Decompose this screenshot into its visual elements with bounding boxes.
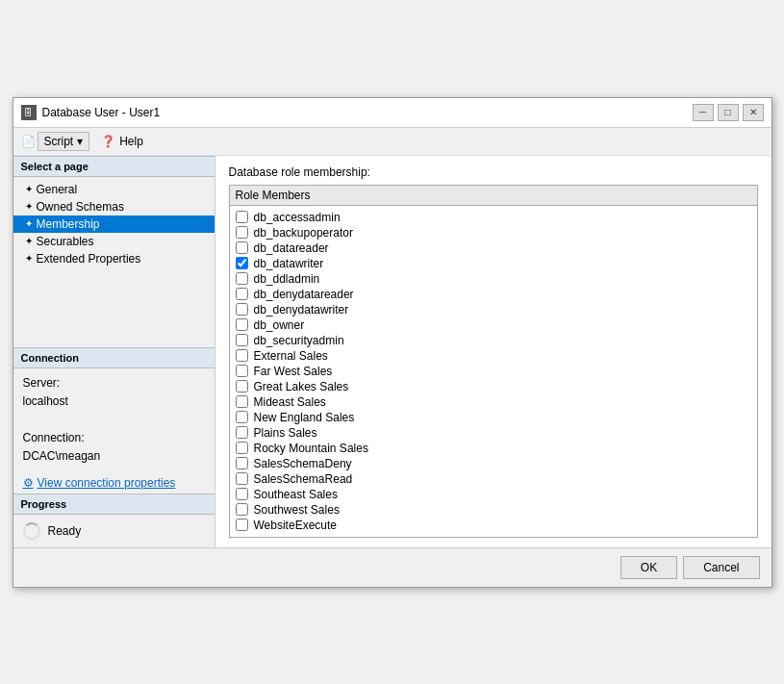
role-label-db_owner: db_owner bbox=[254, 318, 305, 332]
connection-header: Connection bbox=[13, 347, 215, 368]
role-label-db_backupoperator: db_backupoperator bbox=[254, 226, 353, 240]
server-value: localhost bbox=[23, 393, 205, 411]
progress-content: Ready bbox=[13, 515, 215, 547]
sidebar-item-membership[interactable]: ✦ Membership bbox=[13, 215, 215, 233]
role-row-db_accessadmin: db_accessadmin bbox=[236, 210, 751, 225]
content-area: Select a page ✦ General ✦ Owned Schemas … bbox=[13, 156, 771, 547]
connection-properties-icon: ⚙ bbox=[23, 476, 34, 490]
sidebar-item-securables-label: Securables bbox=[37, 235, 94, 248]
sidebar-item-membership-label: Membership bbox=[37, 217, 100, 231]
role-checkbox-external-sales[interactable] bbox=[236, 349, 248, 362]
role-label-db_denydatareader: db_denydatareader bbox=[254, 288, 354, 301]
cancel-button[interactable]: Cancel bbox=[683, 556, 759, 579]
progress-header: Progress bbox=[13, 494, 215, 515]
connection-value: DCAC\meagan bbox=[23, 447, 205, 466]
role-row-southwest-sales: Southwest Sales bbox=[236, 502, 751, 518]
role-checkbox-plains-sales[interactable] bbox=[236, 426, 248, 439]
role-members-header: Role Members bbox=[230, 186, 757, 206]
role-label-external-sales: External Sales bbox=[254, 349, 328, 363]
role-label-plains-sales: Plains Sales bbox=[254, 426, 317, 440]
minimize-button[interactable]: ─ bbox=[693, 104, 714, 121]
membership-list: db_accessadmindb_backupoperatordb_datare… bbox=[230, 206, 757, 537]
role-checkbox-db_denydatawriter[interactable] bbox=[236, 303, 248, 316]
role-row-db_backupoperator: db_backupoperator bbox=[236, 225, 751, 241]
role-label-new-england-sales: New England Sales bbox=[254, 411, 355, 424]
role-row-southeast-sales: Southeast Sales bbox=[236, 487, 751, 502]
role-label-website-execute: WebsiteExecute bbox=[254, 519, 338, 532]
view-connection-label: View connection properties bbox=[38, 476, 176, 490]
role-row-db_datawriter: db_datawriter bbox=[236, 256, 751, 271]
role-label-sales-schema-read: SalesSchemaRead bbox=[254, 472, 353, 486]
ok-button[interactable]: OK bbox=[620, 556, 677, 579]
sidebar-item-owned-schemas[interactable]: ✦ Owned Schemas bbox=[13, 198, 215, 215]
role-row-website-execute: WebsiteExecute bbox=[236, 518, 751, 533]
title-bar: 🗄 Database User - User1 ─ □ ✕ bbox=[13, 98, 771, 128]
role-label-southeast-sales: Southeast Sales bbox=[254, 488, 338, 501]
role-label-db_datawriter: db_datawriter bbox=[254, 257, 324, 270]
role-label-db_securityadmin: db_securityadmin bbox=[254, 334, 344, 347]
progress-status: Ready bbox=[48, 524, 82, 538]
script-label: Script bbox=[44, 135, 74, 148]
role-checkbox-southeast-sales[interactable] bbox=[236, 488, 248, 500]
role-label-db_datareader: db_datareader bbox=[254, 241, 329, 255]
role-row-far-west-sales: Far West Sales bbox=[236, 364, 751, 379]
sidebar-item-securables[interactable]: ✦ Securables bbox=[13, 233, 215, 250]
title-bar-controls: ─ □ ✕ bbox=[693, 104, 764, 121]
script-toolbar-item: 📄 Script ▾ bbox=[21, 132, 90, 151]
role-checkbox-db_ddladmin[interactable] bbox=[236, 272, 248, 285]
role-checkbox-southwest-sales[interactable] bbox=[236, 503, 248, 516]
role-checkbox-db_datareader[interactable] bbox=[236, 241, 248, 254]
help-button[interactable]: ❓ Help bbox=[95, 133, 149, 150]
sidebar: Select a page ✦ General ✦ Owned Schemas … bbox=[13, 156, 215, 547]
role-checkbox-db_securityadmin[interactable] bbox=[236, 334, 248, 346]
role-checkbox-great-lakes-sales[interactable] bbox=[236, 380, 248, 393]
server-label: Server: bbox=[23, 374, 205, 393]
role-row-db_securityadmin: db_securityadmin bbox=[236, 333, 751, 348]
arrow-icon-securables: ✦ bbox=[25, 236, 33, 246]
help-icon: ❓ bbox=[101, 135, 115, 148]
role-row-great-lakes-sales: Great Lakes Sales bbox=[236, 379, 751, 394]
role-row-plains-sales: Plains Sales bbox=[236, 425, 751, 441]
role-row-rocky-mountain-sales: Rocky Mountain Sales bbox=[236, 441, 751, 456]
role-checkbox-website-execute[interactable] bbox=[236, 519, 248, 531]
role-label-great-lakes-sales: Great Lakes Sales bbox=[254, 380, 349, 393]
close-button[interactable]: ✕ bbox=[743, 104, 764, 121]
role-row-db_datareader: db_datareader bbox=[236, 241, 751, 256]
role-label-mideast-sales: Mideast Sales bbox=[254, 395, 326, 409]
role-row-new-england-sales: New England Sales bbox=[236, 410, 751, 425]
role-checkbox-far-west-sales[interactable] bbox=[236, 365, 248, 377]
window-title: Database User - User1 bbox=[42, 106, 161, 119]
role-checkbox-sales-schema-read[interactable] bbox=[236, 472, 248, 485]
dropdown-arrow-icon: ▾ bbox=[77, 135, 83, 148]
role-label-rocky-mountain-sales: Rocky Mountain Sales bbox=[254, 442, 368, 455]
role-checkbox-db_datawriter[interactable] bbox=[236, 257, 248, 269]
role-label-sales-schema-deny: SalesSchemaDeny bbox=[254, 457, 352, 470]
role-label-southwest-sales: Southwest Sales bbox=[254, 503, 340, 517]
role-checkbox-db_backupoperator[interactable] bbox=[236, 226, 248, 239]
sidebar-item-extended-properties[interactable]: ✦ Extended Properties bbox=[13, 250, 215, 267]
script-icon: 📄 bbox=[21, 135, 36, 148]
panel-title: Database role membership: bbox=[229, 165, 758, 179]
connection-details: Server: localhost Connection: DCAC\meaga… bbox=[13, 368, 215, 472]
role-checkbox-db_accessadmin[interactable] bbox=[236, 211, 248, 223]
role-checkbox-rocky-mountain-sales[interactable] bbox=[236, 442, 248, 454]
role-checkbox-new-england-sales[interactable] bbox=[236, 411, 248, 423]
role-checkbox-mideast-sales[interactable] bbox=[236, 395, 248, 408]
role-label-db_accessadmin: db_accessadmin bbox=[254, 211, 341, 224]
role-row-external-sales: External Sales bbox=[236, 348, 751, 364]
main-window: 🗄 Database User - User1 ─ □ ✕ 📄 Script ▾… bbox=[13, 97, 772, 588]
title-bar-left: 🗄 Database User - User1 bbox=[21, 105, 161, 120]
script-button[interactable]: Script ▾ bbox=[38, 132, 90, 151]
role-checkbox-sales-schema-deny[interactable] bbox=[236, 457, 248, 469]
role-row-db_owner: db_owner bbox=[236, 317, 751, 333]
sidebar-item-general[interactable]: ✦ General bbox=[13, 181, 215, 198]
arrow-icon-membership: ✦ bbox=[25, 218, 33, 229]
toolbar: 📄 Script ▾ ❓ Help bbox=[13, 128, 771, 156]
view-connection-properties-link[interactable]: ⚙ View connection properties bbox=[13, 472, 215, 494]
role-checkbox-db_denydatareader[interactable] bbox=[236, 288, 248, 300]
role-row-db_ddladmin: db_ddladmin bbox=[236, 271, 751, 287]
role-checkbox-db_owner[interactable] bbox=[236, 318, 248, 331]
sidebar-item-extended-properties-label: Extended Properties bbox=[37, 252, 141, 266]
role-label-db_ddladmin: db_ddladmin bbox=[254, 272, 320, 286]
maximize-button[interactable]: □ bbox=[718, 104, 739, 121]
